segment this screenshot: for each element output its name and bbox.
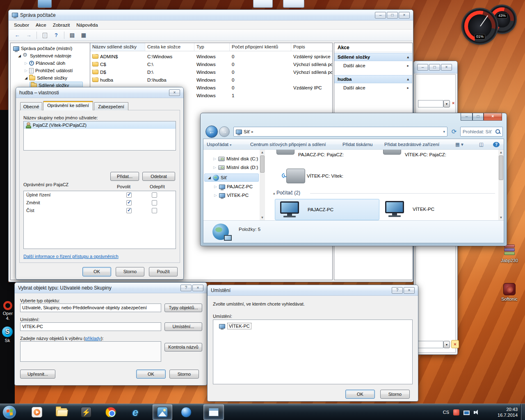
- close-icon[interactable]: ×: [404, 287, 415, 294]
- menu-file[interactable]: Soubor: [11, 21, 32, 29]
- volume-icon[interactable]: [474, 409, 480, 415]
- collapse-icon[interactable]: ▴: [407, 55, 409, 59]
- taskbar-internet-explorer[interactable]: e: [127, 404, 144, 420]
- properties-icon[interactable]: ▦: [79, 31, 89, 40]
- dropdown-arrow-icon[interactable]: ▾: [443, 341, 450, 348]
- collapse-icon[interactable]: ▴: [407, 77, 409, 81]
- permission-row-read[interactable]: Číst: [24, 207, 176, 215]
- show-desktop-button[interactable]: [520, 404, 525, 420]
- share-row[interactable]: hudba D:\hudbaWindows 0: [90, 76, 332, 84]
- expander-closed-icon[interactable]: ▷: [25, 61, 27, 65]
- cancel-button[interactable]: Storno: [380, 390, 410, 399]
- language-indicator[interactable]: CS: [443, 410, 449, 415]
- desktop-icon-opera[interactable]: Oper 4.: [0, 301, 16, 321]
- allow-full-control-checkbox[interactable]: [126, 192, 132, 198]
- close-x-button[interactable]: ×: [451, 340, 459, 348]
- help-icon[interactable]: ?: [180, 285, 192, 291]
- group-user-listbox[interactable]: PajaCZ (Vítek-PC\PajaCZ): [23, 121, 176, 151]
- allow-change-checkbox[interactable]: [126, 200, 132, 205]
- action-more-actions[interactable]: Další akce▸: [334, 62, 412, 70]
- tree-item-shared-folders[interactable]: ◢ Sdílené složky: [11, 74, 89, 82]
- check-names-button[interactable]: Kontrola názvů: [164, 343, 202, 352]
- taskbar-chrome[interactable]: [103, 404, 119, 420]
- tree-item-disk-d[interactable]: ▷ Místní disk (D:): [203, 163, 258, 171]
- tab-security[interactable]: Zabezpečení: [94, 102, 128, 110]
- taskbar-window-app-active[interactable]: [203, 404, 224, 420]
- share-row[interactable]: ADMIN$ C:\WindowsWindows 0Vzdálený správ…: [90, 52, 332, 60]
- taskbar-media-player[interactable]: [29, 404, 45, 420]
- group-collapse-icon[interactable]: ▴: [273, 191, 275, 195]
- address-dropdown-icon[interactable]: ▾: [443, 130, 445, 134]
- media-item-vitek2[interactable]: VÍTEK-PC: Vítek:: [270, 167, 372, 188]
- tree-scrollbar[interactable]: ▲▼: [260, 150, 265, 220]
- desktop-icon-jabp230[interactable]: Jabp230: [497, 244, 522, 263]
- expander-closed-icon[interactable]: ▷: [214, 185, 217, 189]
- locations-button[interactable]: Umístění...: [164, 322, 202, 331]
- tray-language[interactable]: CS: [443, 404, 480, 420]
- permission-row-full-control[interactable]: Úplné řízení: [24, 191, 176, 199]
- forward-button[interactable]: →: [219, 126, 230, 137]
- menu-action[interactable]: Akce: [32, 21, 50, 29]
- maximize-icon[interactable]: □: [429, 64, 440, 71]
- location-dialog-titlebar[interactable]: Umístění ? ×: [208, 285, 418, 296]
- maximize-icon[interactable]: □: [472, 113, 484, 121]
- tree-item-root[interactable]: Správa počítače (místní): [11, 45, 89, 52]
- breadcrumb[interactable]: Síť: [244, 129, 250, 134]
- network-center-button[interactable]: Centrum síťových připojení a sdílení: [250, 139, 326, 150]
- expander-closed-icon[interactable]: ▷: [213, 165, 216, 169]
- tree-item-network-selected[interactable]: ◢ Síť: [204, 173, 259, 182]
- close-icon[interactable]: ×: [399, 12, 410, 18]
- user-list-item[interactable]: PajaCZ (Vítek-PC\PajaCZ): [24, 121, 176, 129]
- actions-group-hudba[interactable]: hudba▴: [334, 75, 412, 83]
- menu-view[interactable]: Zobrazit: [50, 21, 73, 29]
- start-button[interactable]: [2, 405, 16, 419]
- share-row[interactable]: C$ C:\Windows 0Výchozí sdílená pol: [90, 60, 332, 68]
- close-icon[interactable]: ×: [192, 285, 203, 291]
- background-combobox[interactable]: [418, 341, 443, 348]
- explorer-window[interactable]: – □ × ← → Síť ▸ ▾ ⟳ Prohledat: Síť Uspoř…: [200, 113, 507, 246]
- action-more-actions[interactable]: Další akce▸: [334, 84, 412, 92]
- column-description[interactable]: Popis: [291, 43, 332, 51]
- organize-menu[interactable]: Uspořádat ▾: [207, 139, 231, 150]
- media-item-pajacz[interactable]: PAJACZ-PC: PajaCZ:: [270, 150, 372, 159]
- hudba-properties-dialog[interactable]: hudba – vlastnosti × Obecné Oprávnění ke…: [16, 87, 184, 280]
- cm-titlebar[interactable]: Správa počítače – □ ×: [9, 10, 413, 21]
- column-connections[interactable]: Počet připojení klientů: [230, 43, 291, 51]
- add-wireless-device-button[interactable]: Přidat bezdrátové zařízení: [384, 139, 439, 150]
- close-x-icon[interactable]: ×: [452, 100, 454, 105]
- tree-item-task-scheduler[interactable]: ▷ Plánovač úloh: [11, 59, 89, 67]
- expander-open-icon[interactable]: ◢: [18, 54, 21, 58]
- export-list-icon[interactable]: ▤: [67, 31, 77, 40]
- address-bar[interactable]: Síť ▸ ▾: [233, 127, 447, 137]
- minimize-icon[interactable]: –: [417, 64, 428, 71]
- maximize-icon[interactable]: □: [387, 12, 398, 18]
- expander-open-icon[interactable]: ◢: [208, 176, 211, 180]
- advanced-button[interactable]: Upřesnit...: [20, 370, 55, 379]
- cpu-meter-gadget[interactable]: 43% 01%: [460, 2, 525, 46]
- minimize-icon[interactable]: –: [375, 12, 386, 18]
- object-type-field[interactable]: Uživatelé, Skupiny, nebo Předdefinované …: [20, 304, 161, 312]
- expander-closed-icon[interactable]: ▷: [25, 68, 27, 73]
- dropdown-arrow-icon[interactable]: ▾: [443, 100, 450, 107]
- desktop-icon-skype[interactable]: S Sk: [0, 326, 15, 343]
- tree-item-event-viewer[interactable]: ▷ Prohlížeč událostí: [11, 67, 89, 74]
- tree-item-pajacz-pc[interactable]: ▷ PAJACZ-PC: [203, 183, 253, 191]
- learn-more-link[interactable]: Další informace o řízení přístupu a oprá…: [23, 254, 119, 259]
- close-icon[interactable]: ×: [441, 64, 452, 71]
- column-name[interactable]: Název sdílené složky: [90, 43, 145, 51]
- column-type[interactable]: Typ: [194, 43, 230, 51]
- ok-button[interactable]: OK: [345, 390, 375, 399]
- add-printer-button[interactable]: Přidat tiskárnu: [342, 139, 373, 150]
- ok-button[interactable]: OK: [136, 370, 166, 379]
- help-icon[interactable]: ?: [392, 287, 403, 294]
- apply-button[interactable]: Použít: [149, 267, 178, 276]
- location-dialog[interactable]: Umístění ? × Zvolte umístění, ve kterém …: [207, 285, 418, 402]
- tray-clock[interactable]: 20:43 16.7.2014: [498, 404, 518, 420]
- tray-app-icon[interactable]: [453, 409, 459, 415]
- refresh-icon[interactable]: ⟳: [450, 128, 458, 136]
- preview-pane-icon[interactable]: ◫: [479, 139, 484, 150]
- deny-change-checkbox[interactable]: [152, 200, 157, 205]
- object-names-textarea[interactable]: [20, 341, 161, 362]
- select-dialog-titlebar[interactable]: Vybrat objekt typu: Uživatelé nebo Skupi…: [15, 283, 207, 293]
- forward-icon[interactable]: →: [24, 31, 34, 40]
